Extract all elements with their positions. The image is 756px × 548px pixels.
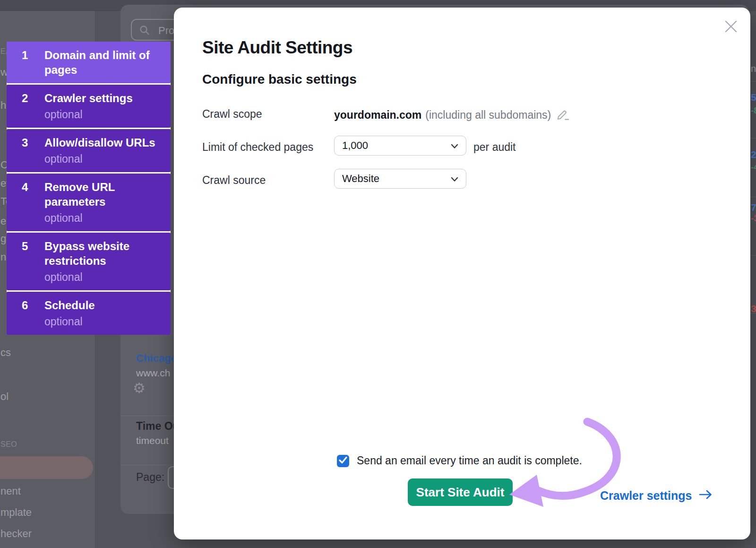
- metric-title: Time Ou: [136, 420, 180, 433]
- modal-title: Site Audit Settings: [202, 38, 352, 58]
- edit-crawl-scope-button[interactable]: [557, 108, 569, 122]
- step-title: Schedule: [44, 298, 95, 313]
- crawl-source-select[interactable]: Website: [334, 169, 466, 189]
- email-notification-checkbox[interactable]: [337, 455, 349, 467]
- wizard-steps-panel: 1 Domain and limit of pages 2 Crawler se…: [7, 42, 171, 335]
- arrow-right-icon: [699, 489, 713, 503]
- table-row-divider: [750, 255, 756, 256]
- crawl-source-selected-value: Website: [342, 173, 379, 185]
- sidebar-fragment: mplate: [0, 506, 32, 519]
- step-title: Crawler settings: [44, 91, 133, 105]
- project-url: www.ch: [136, 367, 170, 379]
- project-title-link: Chicago: [136, 352, 177, 365]
- limit-selected-value: 1,000: [342, 139, 368, 152]
- sidebar-fragment: g: [0, 233, 6, 245]
- step-number: 4: [22, 180, 44, 225]
- step-title: Domain and limit of pages: [44, 48, 163, 77]
- step-item-bypass-website-restrictions[interactable]: 5 Bypass website restrictions optional: [7, 233, 171, 290]
- crawl-source-label: Crawl source: [202, 174, 266, 187]
- email-notification-label: Send an email every time an audit is com…: [357, 454, 582, 467]
- edit-pencil-icon: [557, 115, 569, 122]
- step-item-schedule[interactable]: 6 Schedule optional: [7, 292, 171, 335]
- step-optional-label: optional: [44, 211, 163, 225]
- checkmark-icon: [337, 454, 349, 468]
- crawl-scope-domain: yourdomain.com: [334, 109, 421, 122]
- sidebar-fragment: cs: [0, 347, 11, 359]
- sidebar-fragment: hecker: [0, 528, 32, 540]
- sidebar-fragment: ol: [0, 391, 9, 403]
- step-item-allow-disallow-urls[interactable]: 3 Allow/disallow URLs optional: [7, 129, 171, 172]
- table-cell-fragment: n: [751, 63, 756, 74]
- metric-subtitle: timeout: [136, 435, 169, 446]
- table-cell-fragment: 72: [751, 202, 756, 213]
- step-optional-label: optional: [44, 314, 95, 329]
- start-site-audit-button[interactable]: Start Site Audit: [408, 478, 513, 506]
- close-button[interactable]: [722, 17, 740, 36]
- step-item-remove-url-parameters[interactable]: 4 Remove URL parameters optional: [7, 174, 171, 231]
- screen: EA w h C ew To er g ns cs ol SEO nent mp…: [0, 0, 756, 548]
- per-audit-label: per audit: [473, 141, 516, 154]
- step-number: 3: [22, 135, 44, 166]
- chevron-down-icon: [451, 139, 458, 152]
- table-cell-fragment: 59: [751, 92, 756, 103]
- modal-subtitle: Configure basic settings: [202, 72, 357, 87]
- close-icon: [724, 28, 738, 35]
- table-row-divider: [750, 81, 756, 82]
- step-title: Remove URL parameters: [44, 180, 163, 209]
- sidebar-active-item-highlight: [0, 456, 93, 479]
- crawl-scope-label: Crawl scope: [202, 108, 262, 121]
- sidebar-fragment: SEO: [0, 440, 17, 449]
- email-notification-row: Send an email every time an audit is com…: [337, 454, 582, 467]
- sidebar-fragment: h: [0, 99, 6, 112]
- step-title: Allow/disallow URLs: [44, 135, 155, 150]
- crawler-settings-link[interactable]: Crawler settings: [600, 489, 713, 503]
- step-number: 2: [22, 91, 44, 122]
- crawler-settings-link-label: Crawler settings: [600, 489, 692, 503]
- table-cell-fragment: 24: [751, 149, 756, 160]
- table-cell-fragment: -8: [751, 105, 756, 116]
- step-item-domain-and-limit[interactable]: 1 Domain and limit of pages: [7, 42, 171, 83]
- chevron-down-icon: [451, 173, 458, 185]
- step-number: 1: [22, 48, 44, 77]
- step-title: Bypass website restrictions: [44, 239, 163, 268]
- crawl-scope-value: yourdomain.com (including all subdomains…: [334, 108, 569, 122]
- step-optional-label: optional: [44, 270, 163, 284]
- search-icon: [139, 25, 150, 37]
- step-number: 5: [22, 239, 44, 284]
- step-optional-label: optional: [44, 152, 155, 166]
- step-optional-label: optional: [44, 107, 133, 122]
- limit-of-checked-pages-select[interactable]: 1,000: [334, 136, 466, 156]
- step-item-crawler-settings[interactable]: 2 Crawler settings optional: [7, 85, 171, 128]
- step-number: 6: [22, 298, 44, 329]
- site-audit-settings-modal: Site Audit Settings Configure basic sett…: [174, 8, 750, 539]
- table-cell-fragment: -3: [751, 213, 756, 224]
- limit-of-checked-pages-label: Limit of checked pages: [202, 141, 313, 154]
- gear-icon: ⚙: [133, 381, 146, 395]
- table-row-divider: [750, 138, 756, 139]
- sidebar-fragment: nent: [0, 485, 21, 497]
- search-placeholder: Pro: [158, 25, 174, 37]
- crawl-scope-note: (including all subdomains): [425, 109, 551, 122]
- table-cell-fragment: -4: [751, 162, 756, 173]
- page-label: Page:: [136, 471, 164, 484]
- table-cell-fragment: 33: [751, 303, 756, 314]
- table-row-divider: [750, 197, 756, 197]
